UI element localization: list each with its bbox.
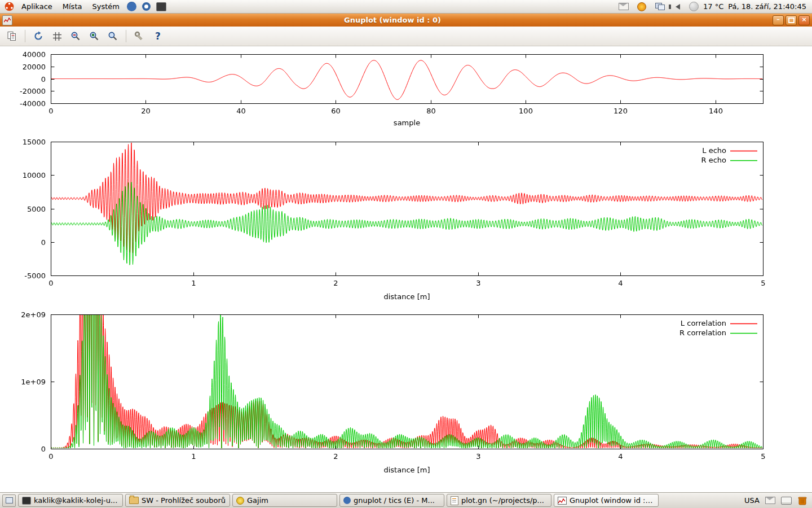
task-terminal[interactable]: kaklik@kaklik-kolej-u... — [18, 494, 123, 507]
task-browser[interactable]: gnuplot / tics (E) - M... — [339, 494, 444, 507]
keyboard-layout-indicator[interactable]: USA — [744, 496, 760, 505]
autoscale-icon[interactable] — [105, 29, 120, 43]
task-gajim[interactable]: Gajim — [232, 494, 337, 507]
file-manager-icon — [129, 497, 139, 504]
displays-icon[interactable] — [655, 2, 665, 12]
keyboard-icon[interactable] — [781, 497, 792, 505]
window-title: Gnuplot (window id : 0) — [12, 16, 773, 24]
weather-temp[interactable]: 17 °C — [703, 2, 723, 11]
updates-icon[interactable] — [637, 2, 647, 12]
window-titlebar[interactable]: Gnuplot (window id : 0) – × — [0, 14, 812, 27]
menu-places[interactable]: Místa — [58, 1, 87, 12]
replot-icon[interactable] — [31, 29, 46, 43]
copy-to-clipboard-icon[interactable] — [5, 29, 19, 43]
task-label: plot.gn (~/projects/p... — [461, 496, 544, 505]
ubuntu-logo-icon[interactable] — [4, 2, 14, 12]
gnuplot-plot-area[interactable] — [0, 46, 812, 492]
mail-tray-icon[interactable] — [765, 497, 775, 504]
toolbar-separator — [25, 30, 25, 42]
task-label: Gajim — [247, 496, 268, 505]
gnome-top-panel: Aplikace Místa Systém 17 °C Pá, 18. září… — [0, 0, 812, 14]
task-label: SW - Prohlížeč souborů — [142, 496, 226, 505]
menu-applications[interactable]: Aplikace — [17, 1, 57, 12]
configure-icon[interactable] — [132, 29, 147, 43]
task-gnuplot[interactable]: Gnuplot (window id : 0) — [554, 494, 659, 507]
maximize-button[interactable] — [785, 15, 797, 25]
trash-icon[interactable] — [797, 496, 807, 506]
toolbar-separator — [126, 30, 126, 42]
toggle-grid-icon[interactable] — [50, 29, 64, 43]
show-desktop-button[interactable] — [2, 494, 16, 507]
task-label: gnuplot / tics (E) - M... — [354, 496, 435, 505]
browser-icon — [343, 497, 351, 504]
firefox-launcher-icon[interactable] — [127, 2, 137, 12]
taskbar: kaklik@kaklik-kolej-u... SW - Prohlížeč … — [0, 492, 812, 508]
help-launcher-icon[interactable] — [142, 2, 152, 12]
panel-clock[interactable]: Pá, 18. září, 21:40:45 — [728, 2, 806, 11]
menu-system[interactable]: Systém — [87, 1, 123, 12]
task-label: Gnuplot (window id : 0) — [570, 496, 655, 505]
gnuplot-window: Gnuplot (window id : 0) – × ? — [0, 14, 812, 492]
close-button[interactable]: × — [798, 15, 810, 25]
text-editor-icon — [451, 496, 458, 505]
gajim-icon — [236, 497, 244, 505]
task-label: kaklik@kaklik-kolej-u... — [34, 496, 117, 505]
zoom-previous-icon[interactable] — [68, 29, 83, 43]
window-icon — [2, 15, 12, 25]
weather-icon[interactable] — [689, 2, 699, 11]
task-text-editor[interactable]: plot.gn (~/projects/p... — [447, 494, 551, 507]
gnuplot-icon — [558, 497, 567, 505]
terminal-launcher-icon[interactable] — [156, 2, 166, 12]
zoom-next-icon[interactable] — [87, 29, 102, 43]
volume-icon[interactable] — [673, 2, 683, 12]
help-icon[interactable]: ? — [151, 29, 165, 43]
mail-notification-icon[interactable] — [619, 2, 629, 12]
task-file-manager[interactable]: SW - Prohlížeč souborů — [125, 494, 230, 507]
gnuplot-toolbar: ? — [0, 27, 812, 46]
minimize-button[interactable]: – — [773, 15, 784, 25]
terminal-icon — [22, 497, 31, 505]
